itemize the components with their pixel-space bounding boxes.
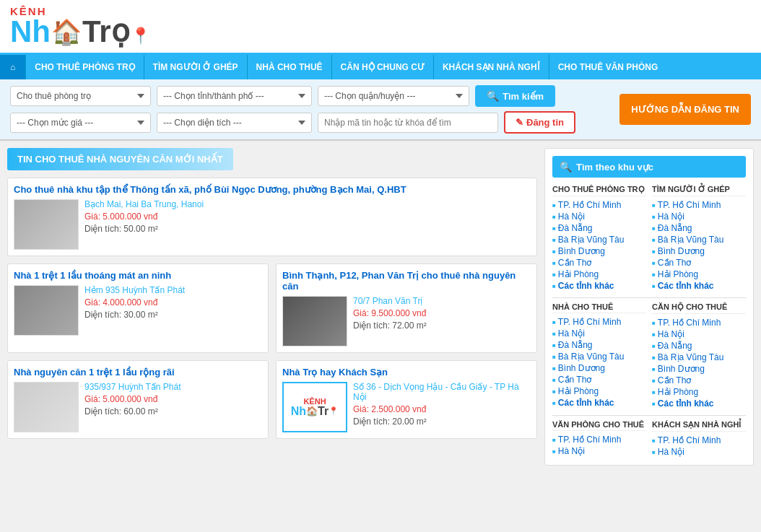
search-icon-sidebar: 🔍 bbox=[560, 161, 572, 173]
listing-img-3 bbox=[282, 296, 347, 346]
listing-details-2: Hẻm 935 Huỳnh Tấn Phát Giá: 4.000.000 vn… bbox=[84, 285, 185, 336]
nav-item-nha-cho-thue[interactable]: NHÀ CHO THUÊ bbox=[248, 55, 332, 79]
listing-title-3[interactable]: Bình Thạnh, P12, Phan Văn Trị cho thuê n… bbox=[282, 270, 531, 292]
sidebar-link[interactable]: ■Bình Dương bbox=[552, 362, 646, 374]
sidebar-link-can-tho-3[interactable]: ■Cần Thơ bbox=[552, 374, 646, 385]
sidebar-link[interactable]: ■TP. Hồ Chí Minh bbox=[552, 199, 646, 211]
search-icon: 🔍 bbox=[487, 90, 499, 102]
sidebar-divider-2 bbox=[552, 415, 746, 416]
sidebar-link[interactable]: ■Các tỉnh khác bbox=[652, 280, 746, 292]
sidebar-link[interactable]: ■Bà Rịa Vũng Tàu bbox=[552, 234, 646, 245]
sidebar-title: 🔍 Tìm theo khu vực bbox=[552, 156, 746, 178]
keyword-input[interactable] bbox=[318, 113, 498, 133]
header: KÊNH Nh 🏠 Trọ 📍 bbox=[0, 0, 761, 55]
sidebar-link[interactable]: ■Đà Nẵng bbox=[552, 339, 646, 351]
logo[interactable]: KÊNH Nh 🏠 Trọ 📍 bbox=[10, 6, 150, 47]
listing-img-2 bbox=[14, 285, 79, 336]
sidebar-link[interactable]: ■TP. Hồ Chí Minh bbox=[652, 199, 746, 211]
sidebar-col-2-1: NHÀ CHO THUÊ ■TP. Hồ Chí Minh ■Hà Nội ■Đ… bbox=[552, 302, 646, 409]
listing-img-4 bbox=[14, 382, 79, 432]
category-select[interactable]: Cho thuê phòng trọ bbox=[10, 86, 151, 106]
listing-item-4: Nhà nguyên căn 1 trệt 1 lầu rộng rãi 935… bbox=[7, 360, 269, 439]
listing-area-5: Diện tích: 20.00 m² bbox=[353, 417, 531, 427]
listing-img-5: KÊNH Nh 🏠 Tr 📍 bbox=[282, 382, 347, 432]
listing-details-3: 70/7 Phan Văn Trị Giá: 9.500.000 vnđ Diệ… bbox=[353, 296, 427, 346]
listing-title-5[interactable]: Nhà Trọ hay Khách Sạn bbox=[282, 367, 531, 378]
nav-item-can-ho-chung-cu[interactable]: CĂN HỘ CHUNG CƯ bbox=[332, 55, 434, 79]
sidebar-link[interactable]: ■Hải Phòng bbox=[552, 385, 646, 397]
sidebar-link[interactable]: ■Hải Phòng bbox=[652, 269, 746, 280]
sidebar-col-2-2: CĂN HỘ CHO THUÊ ■TP. Hồ Chí Minh ■Hà Nội… bbox=[652, 302, 746, 409]
nav: ⌂ CHO THUÊ PHÒNG TRỌ TÌM NGƯỜI Ở GHÉP NH… bbox=[0, 55, 761, 79]
sidebar-link[interactable]: ■Bà Rịa Vũng Tàu bbox=[652, 234, 746, 245]
sidebar-link-can-tho-2[interactable]: ■Cần Thơ bbox=[652, 257, 746, 269]
listing-location-4: 935/937 Huỳnh Tấn Phát bbox=[84, 382, 181, 392]
sidebar-link[interactable]: ■Bà Rịa Vũng Tàu bbox=[552, 351, 646, 362]
sidebar-link[interactable]: ■Hà Nội bbox=[552, 211, 646, 222]
sidebar-link[interactable]: ■Đà Nẵng bbox=[652, 340, 746, 352]
section-title: TIN CHO THUÊ NHÀ NGUYÊN CĂN MỚI NHẤT bbox=[7, 148, 233, 170]
listing-item-3: Bình Thạnh, P12, Phan Văn Trị cho thuê n… bbox=[276, 263, 537, 353]
nav-item-tim-nguoi-o-ghep[interactable]: TÌM NGƯỜI Ở GHÉP bbox=[144, 55, 248, 79]
sidebar-link[interactable]: ■Hà Nội bbox=[552, 328, 646, 339]
listing-details-1: Bạch Mai, Hai Ba Trung, Hanoi Giá: 5.000… bbox=[84, 199, 204, 250]
logo-tro: Trọ bbox=[82, 17, 130, 47]
sidebar-col-3-2: KHÁCH SẠN NHÀ NGHỈ ■TP. Hồ Chí Minh ■Hà … bbox=[652, 420, 746, 458]
sidebar-col-header-1-1: CHO THUÊ PHÒNG TRỌ bbox=[552, 185, 646, 196]
dangtin-button[interactable]: ✎ Đăng tin bbox=[504, 111, 575, 134]
listing-title-1[interactable]: Cho thuê nhà khu tập thể Thông tấn xã, p… bbox=[14, 184, 531, 195]
sidebar-link[interactable]: ■Bình Dương bbox=[652, 245, 746, 257]
listing-location-3: 70/7 Phan Văn Trị bbox=[353, 296, 427, 306]
sidebar-section-1: CHO THUÊ PHÒNG TRỌ ■TP. Hồ Chí Minh ■Hà … bbox=[552, 185, 746, 292]
sidebar-link[interactable]: ■TP. Hồ Chí Minh bbox=[652, 317, 746, 328]
sidebar-link[interactable]: ■Hải Phòng bbox=[552, 269, 646, 280]
listing-price-4: Giá: 5.000.000 vnđ bbox=[84, 394, 181, 404]
nav-item-cho-thue-phong-tro[interactable]: CHO THUÊ PHÒNG TRỌ bbox=[26, 55, 144, 79]
price-select[interactable]: --- Chọn mức giá --- bbox=[10, 113, 151, 133]
listing-location-5: Số 36 - Dịch Vọng Hậu - Cầu Giấy - TP Hà… bbox=[353, 382, 531, 402]
sidebar-link[interactable]: ■Hà Nội bbox=[652, 211, 746, 222]
area-select[interactable]: --- Chọn diện tích --- bbox=[157, 113, 312, 133]
content-area: TIN CHO THUÊ NHÀ NGUYÊN CĂN MỚI NHẤT Cho… bbox=[7, 148, 537, 466]
sidebar-col-header-1-2: TÌM NGƯỜI Ở GHÉP bbox=[652, 185, 746, 196]
nav-home[interactable]: ⌂ bbox=[0, 55, 26, 79]
search-button[interactable]: 🔍 Tìm kiếm bbox=[475, 85, 555, 107]
sidebar-link[interactable]: ■TP. Hồ Chí Minh bbox=[552, 434, 646, 445]
sidebar-link[interactable]: ■Đà Nẵng bbox=[652, 222, 746, 234]
district-select[interactable]: --- Chọn quận/huyện --- bbox=[318, 86, 469, 106]
sidebar-link[interactable]: ■Các tỉnh khác bbox=[552, 397, 646, 409]
search-bar: Cho thuê phòng trọ --- Chọn tỉnh/thành p… bbox=[0, 79, 761, 141]
sidebar-link-can-tho-1[interactable]: ■Cần Thơ bbox=[552, 257, 646, 269]
listing-item-5: Nhà Trọ hay Khách Sạn KÊNH Nh 🏠 Tr 📍 bbox=[276, 360, 537, 439]
listing-title-4[interactable]: Nhà nguyên căn 1 trệt 1 lầu rộng rãi bbox=[14, 367, 262, 378]
sidebar-link[interactable]: ■Bà Rịa Vũng Tàu bbox=[652, 352, 746, 363]
sidebar-title-label: Tìm theo khu vực bbox=[576, 162, 653, 173]
sidebar-link[interactable]: ■TP. Hồ Chí Minh bbox=[552, 316, 646, 328]
listing-location-2: Hẻm 935 Huỳnh Tấn Phát bbox=[84, 285, 185, 295]
province-select[interactable]: --- Chọn tỉnh/thành phố --- bbox=[157, 86, 312, 106]
search-row-1: Cho thuê phòng trọ --- Chọn tỉnh/thành p… bbox=[10, 85, 612, 107]
sidebar-link[interactable]: ■Các tỉnh khác bbox=[652, 398, 746, 409]
listing-area-1: Diện tích: 50.00 m² bbox=[84, 224, 204, 234]
sidebar-link[interactable]: ■Hải Phòng bbox=[652, 386, 746, 398]
listing-location-1: Bạch Mai, Hai Ba Trung, Hanoi bbox=[84, 199, 204, 209]
sidebar-link[interactable]: ■TP. Hồ Chí Minh bbox=[652, 435, 746, 446]
search-button-label: Tìm kiếm bbox=[503, 91, 544, 102]
sidebar-divider-1 bbox=[552, 297, 746, 298]
listing-title-2[interactable]: Nhà 1 trệt 1 lầu thoáng mát an ninh bbox=[14, 270, 262, 281]
huongdan-button[interactable]: HƯỚNG DẪN ĐĂNG TIN bbox=[619, 94, 751, 125]
nav-item-khach-san-nha-nghi[interactable]: KHÁCH SẠN NHÀ NGHỈ bbox=[434, 55, 549, 79]
sidebar-link[interactable]: ■Hà Nội bbox=[652, 328, 746, 340]
sidebar-search-box: 🔍 Tìm theo khu vực CHO THUÊ PHÒNG TRỌ ■T… bbox=[544, 148, 754, 466]
sidebar-link-can-tho-4[interactable]: ■Cần Thơ bbox=[652, 375, 746, 386]
sidebar-link[interactable]: ■Hà Nội bbox=[652, 446, 746, 458]
nav-item-cho-thue-van-phong[interactable]: CHO THUÊ VĂN PHÒNG bbox=[549, 55, 667, 79]
sidebar-link[interactable]: ■Các tỉnh khác bbox=[552, 280, 646, 292]
sidebar-link[interactable]: ■Hà Nội bbox=[552, 445, 646, 457]
sidebar-link[interactable]: ■Bình Dương bbox=[552, 245, 646, 257]
listing-img-1 bbox=[14, 199, 79, 250]
sidebar-col-header-3-2: KHÁCH SẠN NHÀ NGHỈ bbox=[652, 420, 746, 432]
sidebar-link[interactable]: ■Bình Dương bbox=[652, 363, 746, 375]
sidebar-link[interactable]: ■Đà Nẵng bbox=[552, 222, 646, 234]
sidebar-col-3-1: VĂN PHÒNG CHO THUÊ ■TP. Hồ Chí Minh ■Hà … bbox=[552, 420, 646, 458]
